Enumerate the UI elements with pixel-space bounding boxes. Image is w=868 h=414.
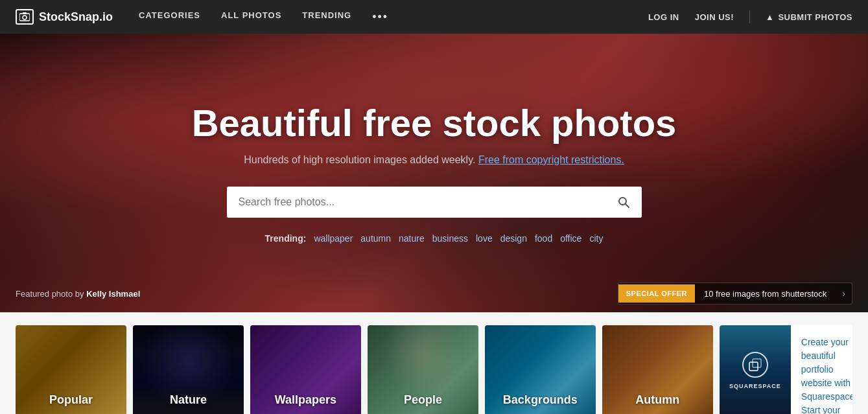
category-nature-label: Nature [133, 393, 244, 407]
special-offer-text: 10 free images from shutterstock [695, 284, 836, 304]
svg-point-1 [23, 16, 27, 19]
join-link[interactable]: JOIN US! [695, 12, 734, 22]
hero-bottom-bar: Featured photo by Kelly Ishmael SPECIAL … [0, 275, 868, 312]
category-backgrounds[interactable]: Backgrounds [485, 325, 596, 414]
search-icon [617, 196, 630, 209]
special-offer-arrow: › [836, 283, 852, 304]
trending-autumn[interactable]: autumn [360, 233, 391, 244]
ad-text: Create your beautiful portfolio website … [801, 336, 852, 414]
special-offer-badge: SPECIAL OFFER [618, 284, 695, 303]
trending-city[interactable]: city [589, 233, 603, 244]
hero-title: Beautiful free stock photos [13, 102, 855, 144]
trending-office[interactable]: office [560, 233, 581, 244]
trending-label: Trending: [265, 233, 307, 244]
ad-image: SQUARESPACE [720, 325, 791, 414]
nav-categories[interactable]: CATEGORIES [139, 10, 200, 24]
svg-rect-6 [753, 359, 761, 367]
hero-subtitle: Hundreds of high resolution images added… [13, 154, 855, 166]
category-autumn[interactable]: Autumn [602, 325, 713, 414]
hero-subtitle-link[interactable]: Free from copyright restrictions. [478, 154, 624, 165]
hero-subtitle-text: Hundreds of high resolution images added… [244, 154, 475, 165]
advertisement-card[interactable]: SQUARESPACE Create your beautiful portfo… [720, 325, 852, 414]
svg-rect-5 [749, 362, 758, 371]
nav-trending[interactable]: TRENDING [302, 10, 351, 24]
brand-name: StockSnap.io [39, 10, 113, 24]
ad-content: Create your beautiful portfolio website … [791, 325, 852, 414]
category-nature[interactable]: Nature [133, 325, 244, 414]
category-popular-label: Popular [16, 393, 126, 407]
hero-content: Beautiful free stock photos Hundreds of … [0, 102, 868, 244]
sq-logo-icon [748, 358, 762, 372]
search-button[interactable] [605, 187, 642, 218]
svg-line-4 [626, 204, 629, 207]
nav-more[interactable]: ••• [372, 10, 388, 24]
nav-links: CATEGORIES ALL PHOTOS TRENDING ••• [139, 10, 648, 24]
featured-author: Kelly Ishmael [86, 289, 140, 299]
category-people-label: People [368, 393, 478, 407]
category-people[interactable]: People [368, 325, 478, 414]
category-wallpapers-label: Wallpapers [250, 393, 361, 407]
squarespace-icon [742, 352, 768, 378]
svg-rect-2 [23, 12, 27, 14]
category-wallpapers[interactable]: Wallpapers [250, 325, 361, 414]
featured-label: Featured photo by [16, 289, 84, 299]
trending-wallpaper[interactable]: wallpaper [314, 233, 353, 244]
nav-all-photos[interactable]: ALL PHOTOS [221, 10, 281, 24]
categories-section: Popular Nature Wallpapers People [0, 312, 868, 414]
search-input[interactable] [227, 187, 605, 218]
submit-photos-button[interactable]: ▲ SUBMIT PHOTOS [766, 12, 852, 22]
trending-business[interactable]: business [432, 233, 468, 244]
nav-divider [749, 10, 750, 23]
category-backgrounds-label: Backgrounds [485, 393, 596, 407]
category-popular[interactable]: Popular [16, 325, 126, 414]
trending-love[interactable]: love [476, 233, 493, 244]
brand-logo[interactable]: StockSnap.io [16, 9, 113, 25]
trending-nature[interactable]: nature [399, 233, 425, 244]
special-offer-bar[interactable]: SPECIAL OFFER 10 free images from shutte… [618, 282, 852, 305]
trending-food[interactable]: food [535, 233, 552, 244]
category-autumn-label: Autumn [602, 393, 713, 407]
trending-bar: Trending: wallpaper autumn nature busine… [13, 233, 855, 244]
navbar: StockSnap.io CATEGORIES ALL PHOTOS TREND… [0, 0, 868, 34]
logo-icon [16, 9, 34, 25]
categories-grid: Popular Nature Wallpapers People [16, 325, 852, 414]
upload-icon: ▲ [766, 12, 774, 22]
trending-design[interactable]: design [500, 233, 527, 244]
squarespace-brand: SQUARESPACE [729, 383, 781, 389]
nav-right: LOG IN JOIN US! ▲ SUBMIT PHOTOS [648, 10, 852, 23]
hero-section: Beautiful free stock photos Hundreds of … [0, 34, 868, 312]
squarespace-logo: SQUARESPACE [729, 352, 781, 389]
login-link[interactable]: LOG IN [648, 12, 679, 22]
camera-icon [19, 12, 30, 21]
submit-photos-label: SUBMIT PHOTOS [778, 12, 852, 22]
featured-photo-credit: Featured photo by Kelly Ishmael [16, 289, 140, 299]
search-bar [227, 187, 642, 218]
